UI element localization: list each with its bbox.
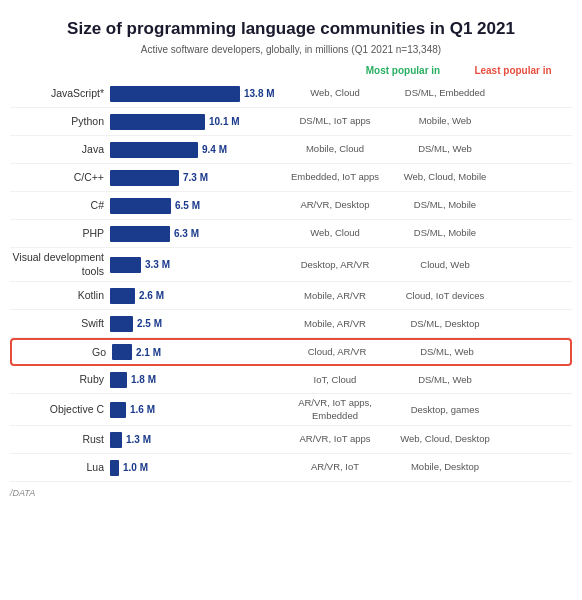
bar [110,226,170,242]
chart-title: Size of programming language communities… [10,18,572,40]
footer: /DATA [10,488,572,498]
table-row: C# 6.5 M AR/VR, Desktop DS/ML, Mobile [10,192,572,220]
most-popular: Desktop, AR/VR [280,259,390,271]
chart-subtitle: Active software developers, globally, in… [10,44,572,55]
bar-value: 1.8 M [131,374,156,385]
table-row: Ruby 1.8 M IoT, Cloud DS/ML, Web [10,366,572,394]
bar-value: 10.1 M [209,116,240,127]
bar-value: 2.6 M [139,290,164,301]
least-popular: DS/ML, Web [390,374,500,386]
bar-area: 7.3 M [110,170,280,186]
least-popular: Web, Cloud, Desktop [390,433,500,445]
most-popular: AR/VR, IoT apps, Embedded [280,397,390,422]
bar-area: 6.5 M [110,198,280,214]
lang-name: Java [10,143,110,157]
header-most: Most popular in [348,65,458,76]
bar-area: 1.0 M [110,460,280,476]
bar-value: 13.8 M [244,88,275,99]
bar-area: 6.3 M [110,226,280,242]
bar [110,316,133,332]
bar-area: 1.8 M [110,372,280,388]
least-popular: DS/ML, Web [390,143,500,155]
least-popular: DS/ML, Web [392,346,502,358]
most-popular: Mobile, Cloud [280,143,390,155]
lang-name: Rust [10,433,110,447]
bar-value: 1.6 M [130,404,155,415]
most-popular: AR/VR, IoT apps [280,433,390,445]
table-row: Lua 1.0 M AR/VR, IoT Mobile, Desktop [10,454,572,482]
lang-name: PHP [10,227,110,241]
most-popular: AR/VR, Desktop [280,199,390,211]
table-row: Python 10.1 M DS/ML, IoT apps Mobile, We… [10,108,572,136]
most-popular: Web, Cloud [280,87,390,99]
most-popular: Embedded, IoT apps [280,171,390,183]
lang-name: Swift [10,317,110,331]
lang-name: Go [12,346,112,360]
bar-area: 2.5 M [110,316,280,332]
table-row: Java 9.4 M Mobile, Cloud DS/ML, Web [10,136,572,164]
bar-value: 1.0 M [123,462,148,473]
bar-value: 6.3 M [174,228,199,239]
least-popular: DS/ML, Mobile [390,199,500,211]
bar-area: 1.6 M [110,402,280,418]
bar [110,460,119,476]
bar [110,372,127,388]
least-popular: Web, Cloud, Mobile [390,171,500,183]
least-popular: Desktop, games [390,404,500,416]
most-popular: DS/ML, IoT apps [280,115,390,127]
bar-area: 1.3 M [110,432,280,448]
bar-area: 2.1 M [112,344,282,360]
bar-area: 3.3 M [110,257,280,273]
table-row: PHP 6.3 M Web, Cloud DS/ML, Mobile [10,220,572,248]
bar [110,198,171,214]
lang-name: Ruby [10,373,110,387]
least-popular: Mobile, Web [390,115,500,127]
bar-value: 2.1 M [136,347,161,358]
most-popular: IoT, Cloud [280,374,390,386]
bar [110,86,240,102]
lang-name: C# [10,199,110,213]
bar-area: 2.6 M [110,288,280,304]
least-popular: Cloud, IoT devices [390,290,500,302]
bar [110,114,205,130]
header-least: Least popular in [458,65,568,76]
bar-value: 3.3 M [145,259,170,270]
bar [110,257,141,273]
most-popular: AR/VR, IoT [280,461,390,473]
least-popular: DS/ML, Mobile [390,227,500,239]
least-popular: DS/ML, Embedded [390,87,500,99]
bar-value: 1.3 M [126,434,151,445]
table-row: JavaScript* 13.8 M Web, Cloud DS/ML, Emb… [10,80,572,108]
rows-container: JavaScript* 13.8 M Web, Cloud DS/ML, Emb… [10,80,572,482]
bar [110,142,198,158]
header-row: Most popular in Least popular in [10,65,572,76]
bar [110,402,126,418]
table-row: Objective C 1.6 M AR/VR, IoT apps, Embed… [10,394,572,426]
lang-name: JavaScript* [10,87,110,101]
bar [110,432,122,448]
bar [110,170,179,186]
bar-value: 7.3 M [183,172,208,183]
bar-value: 6.5 M [175,200,200,211]
bar [112,344,132,360]
bar-area: 10.1 M [110,114,280,130]
most-popular: Mobile, AR/VR [280,290,390,302]
table-row: Go 2.1 M Cloud, AR/VR DS/ML, Web [10,338,572,366]
table-row: Swift 2.5 M Mobile, AR/VR DS/ML, Desktop [10,310,572,338]
table-row: Visual development tools 3.3 M Desktop, … [10,248,572,282]
least-popular: Mobile, Desktop [390,461,500,473]
table-row: Rust 1.3 M AR/VR, IoT apps Web, Cloud, D… [10,426,572,454]
lang-name: C/C++ [10,171,110,185]
bar [110,288,135,304]
bar-value: 2.5 M [137,318,162,329]
most-popular: Web, Cloud [280,227,390,239]
most-popular: Mobile, AR/VR [280,318,390,330]
lang-name: Lua [10,461,110,475]
least-popular: DS/ML, Desktop [390,318,500,330]
table-row: Kotlin 2.6 M Mobile, AR/VR Cloud, IoT de… [10,282,572,310]
lang-name: Visual development tools [10,251,110,278]
bar-area: 13.8 M [110,86,280,102]
least-popular: Cloud, Web [390,259,500,271]
lang-name: Kotlin [10,289,110,303]
bar-area: 9.4 M [110,142,280,158]
